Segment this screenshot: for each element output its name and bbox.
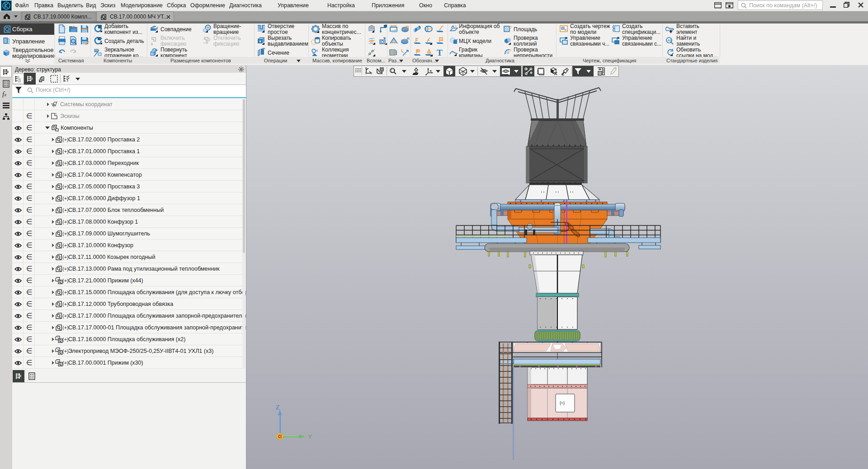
svg-text:Z: Z (276, 404, 279, 411)
svg-text:?: ? (454, 24, 457, 29)
svg-text:12: 12 (18, 80, 21, 83)
svg-text:R: R (407, 37, 410, 41)
svg-text:T: T (437, 48, 443, 57)
svg-text:АБ: АБ (668, 39, 672, 42)
svg-text:Y: Y (308, 433, 312, 440)
svg-text:?: ? (509, 48, 511, 53)
svg-text:?: ? (509, 25, 512, 30)
svg-text:D: D (95, 50, 97, 52)
svg-text:A: A (440, 38, 443, 41)
svg-text:{≈}: {≈} (560, 401, 565, 405)
